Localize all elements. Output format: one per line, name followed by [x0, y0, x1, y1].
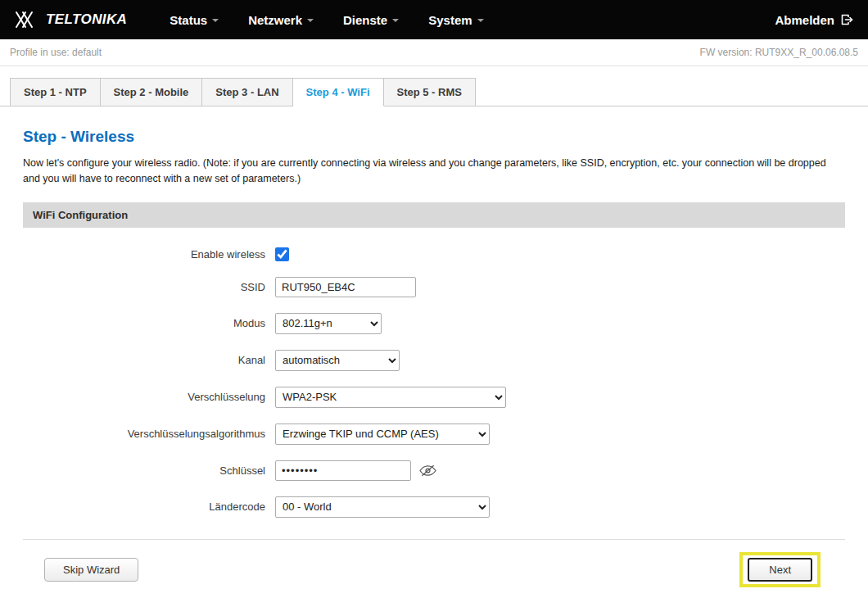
- fw-version: FW version: RUT9XX_R_00.06.08.5: [700, 47, 858, 58]
- eye-slash-icon: [419, 464, 436, 477]
- teltonika-logo-mark: [15, 11, 41, 29]
- channel-label: Kanal: [23, 354, 275, 366]
- ssid-input[interactable]: [275, 277, 416, 297]
- key-row: Schlüssel: [23, 460, 845, 481]
- tab-step3-lan[interactable]: Step 3 - LAN: [202, 78, 292, 106]
- country-label: Ländercode: [23, 501, 275, 513]
- enable-wireless-checkbox[interactable]: [275, 247, 289, 261]
- channel-row: Kanal automatisch: [23, 350, 845, 371]
- nav-netzwerk[interactable]: Netzwerk: [248, 13, 314, 27]
- logout-icon: [840, 13, 853, 26]
- wizard-footer: Skip Wizard Next: [23, 539, 845, 607]
- enable-wireless-label: Enable wireless: [23, 248, 275, 260]
- tab-step2-mobile[interactable]: Step 2 - Mobile: [101, 78, 203, 106]
- caret-down-icon: [392, 19, 399, 22]
- ssid-label: SSID: [23, 281, 275, 293]
- logout-label: Abmelden: [775, 13, 834, 27]
- skip-wizard-button[interactable]: Skip Wizard: [44, 558, 138, 582]
- encryption-label: Verschlüsselung: [23, 391, 275, 403]
- ssid-row: SSID: [23, 277, 845, 297]
- enable-wireless-row: Enable wireless: [23, 247, 845, 261]
- nav-netzwerk-label: Netzwerk: [248, 13, 302, 27]
- nav-system-label: System: [428, 13, 472, 27]
- cipher-label: Verschlüsselungsalgorithmus: [23, 428, 275, 440]
- main-menu: Status Netzwerk Dienste System: [170, 13, 483, 27]
- main-content: Step - Wireless Now let's configure your…: [0, 128, 868, 607]
- channel-select[interactable]: automatisch: [275, 350, 400, 371]
- next-button[interactable]: Next: [748, 558, 812, 582]
- nav-system[interactable]: System: [428, 13, 483, 27]
- encryption-select[interactable]: WPA2-PSK: [275, 387, 506, 408]
- brand-name: TELTONIKA: [46, 11, 127, 28]
- wizard-tabs: Step 1 - NTP Step 2 - Mobile Step 3 - LA…: [0, 66, 868, 106]
- teltonika-logo: TELTONIKA: [15, 11, 127, 29]
- meta-row: Profile in use: default FW version: RUT9…: [0, 39, 868, 66]
- cipher-select[interactable]: Erzwinge TKIP und CCMP (AES): [275, 424, 490, 445]
- next-button-highlight-annotation: Next: [739, 552, 821, 587]
- caret-down-icon: [212, 19, 219, 22]
- nav-status-label: Status: [170, 13, 207, 27]
- tab-step4-wifi[interactable]: Step 4 - WiFi: [293, 78, 384, 106]
- profile-in-use: Profile in use: default: [10, 47, 102, 58]
- key-label: Schlüssel: [23, 464, 275, 477]
- logout-button[interactable]: Abmelden: [775, 13, 853, 27]
- mode-label: Modus: [23, 317, 275, 329]
- caret-down-icon: [477, 19, 484, 22]
- nav-dienste[interactable]: Dienste: [343, 13, 399, 27]
- country-row: Ländercode 00 - World: [23, 496, 845, 518]
- nav-dienste-label: Dienste: [343, 13, 387, 27]
- tab-step1-ntp[interactable]: Step 1 - NTP: [10, 78, 101, 106]
- mode-row: Modus 802.11g+n: [23, 313, 845, 334]
- wifi-key-input[interactable]: [275, 460, 411, 481]
- wifi-configuration-form: Enable wireless SSID Modus 802.11g+n Kan…: [23, 247, 845, 518]
- caret-down-icon: [307, 19, 314, 22]
- mode-select[interactable]: 802.11g+n: [275, 313, 382, 334]
- tab-step5-rms[interactable]: Step 5 - RMS: [384, 78, 476, 106]
- encryption-row: Verschlüsselung WPA2-PSK: [23, 387, 845, 408]
- nav-status[interactable]: Status: [170, 13, 219, 27]
- toggle-password-visibility-button[interactable]: [419, 464, 436, 477]
- page-title: Step - Wireless: [23, 128, 845, 146]
- country-select[interactable]: 00 - World: [275, 496, 490, 518]
- cipher-row: Verschlüsselungsalgorithmus Erzwinge TKI…: [23, 424, 845, 445]
- page-description: Now let's configure your wireless radio.…: [23, 156, 845, 188]
- wifi-configuration-section-header: WiFi Configuration: [23, 202, 845, 228]
- top-navbar: TELTONIKA Status Netzwerk Dienste System…: [0, 0, 868, 39]
